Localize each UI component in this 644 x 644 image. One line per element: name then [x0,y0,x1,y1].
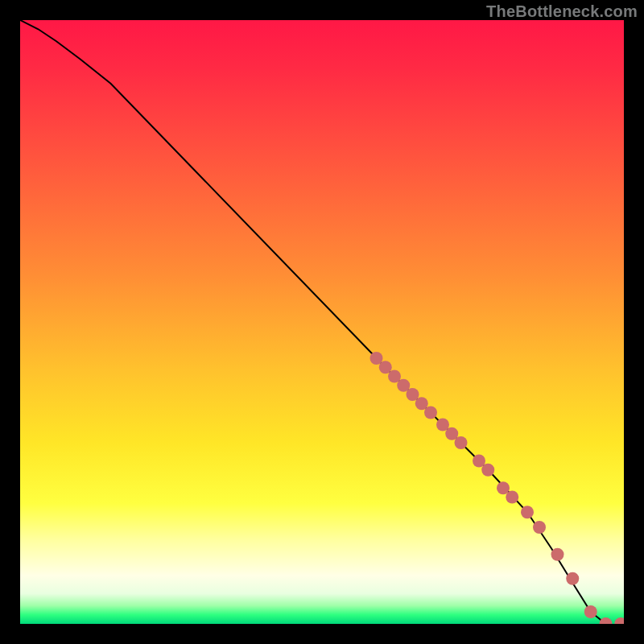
data-marker [566,572,579,585]
data-marker [614,617,624,624]
watermark-label: TheBottleneck.com [486,2,638,21]
plot-area [20,20,624,624]
data-marker [497,481,510,494]
data-marker [521,506,534,518]
data-marker [473,455,485,468]
data-marker [415,397,428,410]
data-marker [370,352,383,365]
marker-group [370,352,625,624]
data-marker [407,388,419,401]
data-marker [551,548,564,561]
data-marker [584,605,597,618]
chart-svg [20,20,624,624]
data-marker [506,491,518,504]
data-marker [388,370,401,383]
data-marker [379,361,392,374]
data-marker [445,427,458,440]
data-marker [424,407,437,419]
chart-stage: TheBottleneck.com [0,0,644,644]
data-marker [436,419,449,431]
data-marker [455,436,468,449]
data-marker [600,617,613,624]
data-marker [397,379,410,392]
data-marker [481,464,494,477]
data-marker [533,521,546,534]
curve-line [20,20,606,624]
